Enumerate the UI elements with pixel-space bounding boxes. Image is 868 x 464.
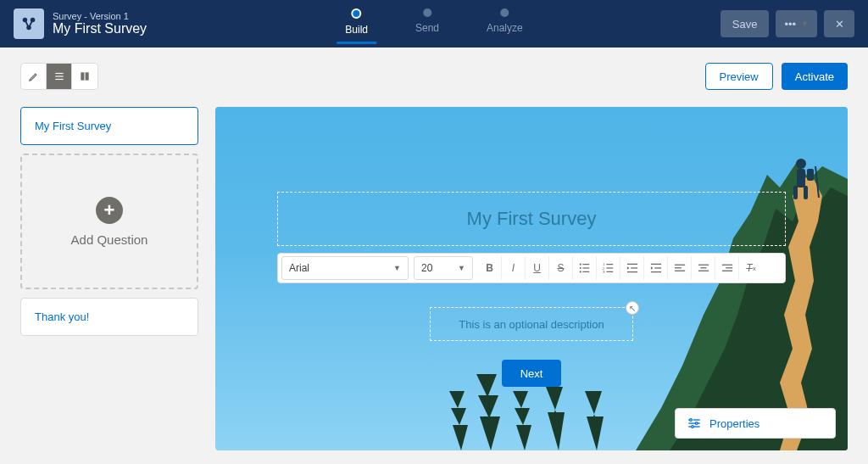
toolbar-row: Preview Activate (0, 48, 868, 90)
tab-send[interactable]: Send (415, 8, 439, 34)
rich-text-toolbar: Arial ▼ 20 ▼ B I U S 123 (277, 253, 786, 283)
properties-label: Properties (709, 417, 760, 430)
add-question-button[interactable]: + Add Question (20, 154, 198, 289)
clear-formatting-icon: T (746, 262, 752, 274)
tab-analyze[interactable]: Analyze (487, 8, 523, 34)
close-icon: ✕ (835, 18, 844, 31)
builder-tabs: Build Send Analyze (345, 0, 522, 48)
app-header: Survey - Version 1 My First Survey Build… (0, 0, 868, 48)
close-icon: ↖ (629, 304, 636, 313)
tab-send-label: Send (415, 22, 439, 34)
indent-icon (650, 262, 662, 274)
activate-button[interactable]: Activate (782, 63, 848, 90)
title-block: Survey - Version 1 My First Survey (53, 11, 147, 36)
add-question-label: Add Question (71, 232, 148, 247)
svg-rect-14 (807, 169, 814, 181)
preview-button[interactable]: Preview (705, 63, 773, 90)
svg-rect-5 (55, 73, 63, 74)
outdent-button[interactable] (620, 256, 644, 280)
sidebar-item-label: Thank you! (35, 310, 89, 323)
survey-app-icon (14, 8, 44, 39)
underline-icon: U (533, 262, 541, 274)
svg-rect-6 (55, 75, 63, 76)
font-family-select[interactable]: Arial ▼ (281, 256, 409, 280)
survey-content: My First Survey Arial ▼ 20 ▼ B I U S (277, 192, 786, 387)
svg-rect-9 (86, 72, 89, 80)
tab-build-label: Build (345, 24, 368, 36)
main-layout: My First Survey + Add Question Thank you… (0, 90, 868, 464)
italic-icon: I (512, 262, 515, 274)
svg-point-46 (695, 422, 698, 425)
chevron-down-icon: ▼ (458, 264, 465, 272)
underline-button[interactable]: U (526, 256, 549, 280)
svg-rect-7 (55, 79, 63, 80)
align-center-button[interactable] (692, 256, 715, 280)
tab-build[interactable]: Build (345, 8, 368, 36)
svg-rect-12 (793, 186, 798, 199)
properties-icon (687, 416, 701, 430)
survey-title-text: My First Survey (467, 208, 597, 229)
svg-rect-33 (650, 271, 660, 272)
align-center-icon (698, 262, 709, 274)
view-toggle-list[interactable] (47, 64, 72, 89)
svg-rect-29 (631, 267, 637, 268)
bold-icon: B (486, 262, 493, 274)
numbered-list-button[interactable]: 123 (597, 256, 620, 280)
svg-rect-40 (721, 265, 732, 266)
save-button[interactable]: Save (721, 10, 770, 37)
svg-rect-23 (606, 264, 613, 265)
remove-description-button[interactable]: ↖ (626, 301, 639, 315)
sidebar-item-label: My First Survey (35, 120, 111, 132)
svg-rect-42 (721, 271, 732, 271)
tab-build-dot (352, 8, 362, 19)
svg-rect-31 (650, 264, 660, 265)
align-left-icon (674, 262, 686, 274)
bold-button[interactable]: B (478, 256, 502, 280)
align-right-button[interactable] (715, 256, 739, 280)
svg-point-10 (796, 159, 806, 169)
view-toggle-edit[interactable] (21, 64, 47, 89)
next-button[interactable]: Next (502, 360, 562, 387)
svg-point-20 (579, 271, 581, 272)
tab-analyze-dot (500, 8, 509, 17)
bullet-list-button[interactable] (573, 256, 597, 280)
svg-rect-35 (674, 267, 681, 268)
svg-rect-39 (698, 271, 708, 271)
sidebar-item-thankyou-page[interactable]: Thank you! (20, 298, 198, 336)
strikethrough-button[interactable]: S (549, 256, 573, 280)
font-size-select[interactable]: 20 ▼ (414, 256, 473, 280)
svg-point-16 (579, 264, 581, 266)
view-toggles (20, 63, 98, 90)
plus-icon: + (96, 197, 123, 224)
indent-button[interactable] (644, 256, 668, 280)
sidebar-item-welcome-page[interactable]: My First Survey (20, 107, 198, 145)
clear-formatting-button[interactable]: Tx (739, 256, 763, 280)
svg-rect-27 (606, 271, 613, 272)
survey-title-input[interactable]: My First Survey (277, 192, 786, 246)
strikethrough-icon: S (557, 262, 564, 274)
survey-canvas: My First Survey Arial ▼ 20 ▼ B I U S (215, 107, 848, 450)
header-actions: Save ••• ▼ ✕ (721, 10, 854, 37)
svg-point-43 (690, 419, 693, 422)
svg-rect-38 (700, 267, 706, 268)
svg-rect-17 (582, 264, 589, 265)
bullet-list-icon (579, 262, 591, 274)
properties-button[interactable]: Properties (675, 408, 836, 439)
svg-rect-8 (81, 72, 84, 80)
more-actions-button[interactable]: ••• ▼ (776, 10, 817, 37)
align-right-icon (721, 262, 733, 274)
chevron-down-icon: ▼ (801, 20, 809, 28)
more-icon: ••• (784, 18, 796, 31)
svg-rect-30 (626, 271, 637, 272)
svg-rect-37 (698, 265, 708, 266)
font-family-value: Arial (289, 262, 309, 274)
close-button[interactable]: ✕ (824, 10, 854, 37)
svg-rect-19 (582, 267, 589, 268)
survey-description-text: This is an optional description (459, 318, 604, 331)
survey-description-input[interactable]: ↖ This is an optional description (430, 307, 633, 341)
align-left-button[interactable] (668, 256, 692, 280)
italic-button[interactable]: I (502, 256, 526, 280)
view-toggle-columns[interactable] (72, 64, 97, 89)
svg-rect-32 (654, 267, 661, 268)
svg-rect-41 (726, 267, 732, 268)
